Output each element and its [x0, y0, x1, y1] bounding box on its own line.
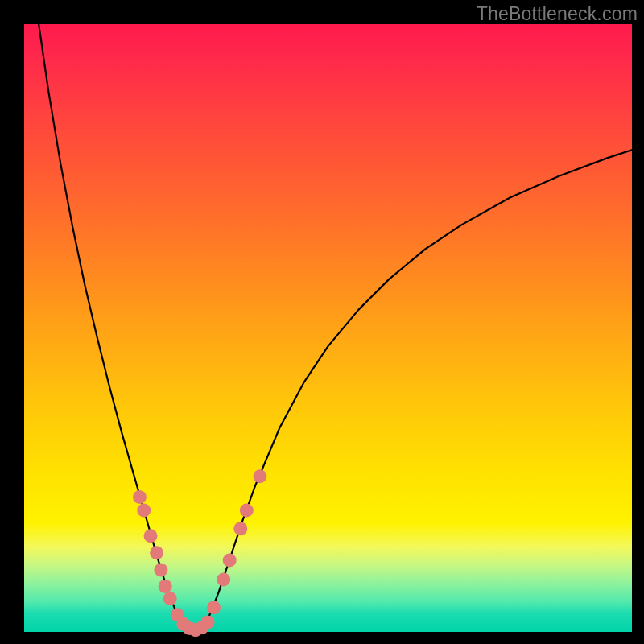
- data-marker: [253, 469, 266, 483]
- data-markers: [133, 469, 266, 637]
- curve-left-branch: [39, 24, 182, 623]
- curve-right-branch: [207, 150, 633, 622]
- data-marker: [240, 504, 254, 518]
- data-marker: [137, 504, 151, 518]
- data-marker: [144, 529, 158, 543]
- data-marker: [217, 573, 230, 587]
- watermark-text: TheBottleneck.com: [477, 3, 638, 25]
- chart-svg: [24, 24, 632, 632]
- data-marker: [154, 563, 167, 576]
- plot-area: [24, 24, 632, 632]
- data-marker: [207, 601, 221, 614]
- data-marker: [150, 546, 163, 559]
- data-marker: [223, 553, 237, 567]
- chart-stage: TheBottleneck.com: [0, 0, 644, 644]
- data-marker: [201, 615, 215, 629]
- data-marker: [159, 580, 172, 593]
- data-marker: [233, 522, 247, 535]
- data-marker: [163, 592, 177, 605]
- data-marker: [133, 490, 147, 504]
